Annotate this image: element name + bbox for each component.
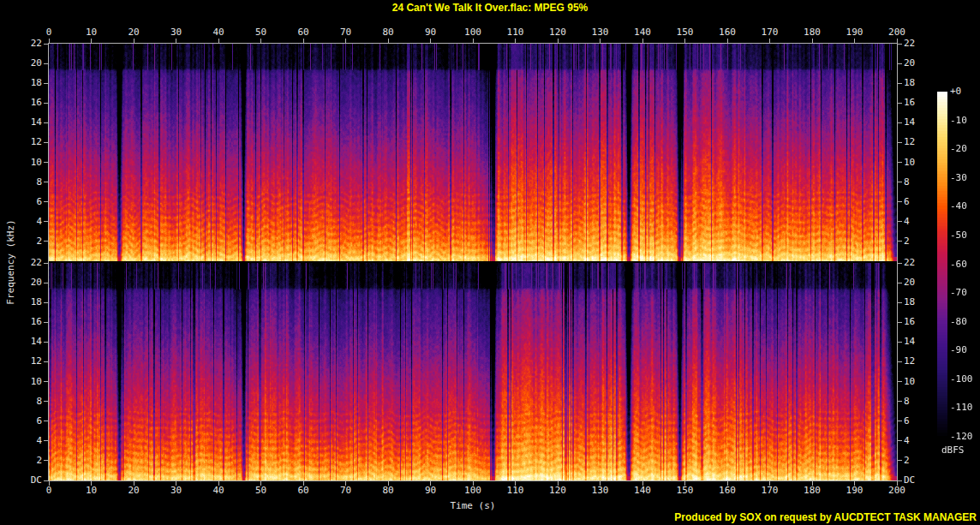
- y-tick-left: [44, 162, 48, 163]
- y-tick-right: [898, 480, 902, 481]
- x-axis-title: Time (s): [387, 500, 559, 511]
- y-tick-left: [44, 440, 48, 441]
- y-tick-label-left: 8: [0, 397, 42, 407]
- y-tick-right: [898, 421, 902, 421]
- y-tick-label-right: 20: [904, 277, 938, 288]
- y-tick-label-left: 20: [0, 58, 42, 69]
- x-tick-label-top: 170: [756, 27, 785, 38]
- y-tick-label-right: 6: [904, 416, 938, 427]
- y-tick-label-left: 10: [0, 158, 42, 168]
- y-tick-left: [44, 44, 48, 45]
- y-tick-right: [898, 142, 902, 143]
- x-tick-top: [854, 39, 855, 43]
- x-tick-label-bottom: 180: [798, 486, 827, 496]
- colorbar-tick-label: +0: [950, 87, 979, 97]
- y-tick-left: [44, 381, 48, 382]
- y-tick-right: [898, 381, 902, 382]
- y-tick-label-right: 2: [904, 456, 938, 466]
- y-tick-label-left: 22: [0, 39, 42, 49]
- colorbar: [937, 92, 947, 438]
- spectrogram-channel-right: [49, 263, 897, 480]
- x-tick-label-bottom: 90: [416, 486, 445, 496]
- y-tick-left: [44, 480, 48, 481]
- x-tick-label-top: 80: [373, 27, 403, 38]
- y-tick-left: [44, 283, 48, 283]
- y-tick-label-right: DC: [904, 475, 938, 486]
- y-tick-right: [898, 182, 902, 182]
- x-tick-label-top: 190: [840, 27, 869, 38]
- y-tick-left: [44, 221, 48, 222]
- x-tick-label-top: 140: [628, 27, 657, 38]
- y-tick-label-right: 4: [904, 217, 938, 227]
- x-tick-label-bottom: 80: [373, 486, 403, 496]
- colorbar-tick-label: -50: [950, 230, 979, 241]
- x-tick-top: [134, 39, 134, 43]
- spectrogram-chart: 24 Can't We Talk It Over.flac: MPEG 95% …: [0, 0, 980, 525]
- x-tick-top: [684, 39, 685, 43]
- y-tick-label-right: 22: [904, 39, 938, 49]
- y-tick-left: [44, 401, 48, 402]
- y-tick-label-right: 16: [904, 317, 938, 327]
- y-tick-right: [898, 221, 902, 222]
- x-tick-label-top: 100: [458, 27, 487, 38]
- colorbar-tick-label: -90: [950, 345, 979, 355]
- x-tick-top: [388, 39, 389, 43]
- x-tick-label-top: 120: [543, 27, 572, 38]
- y-tick-label-right: 16: [904, 98, 938, 108]
- x-tick-label-bottom: 70: [332, 486, 361, 496]
- y-tick-right: [898, 322, 902, 323]
- x-tick-label-bottom: 20: [119, 486, 148, 496]
- x-tick-top: [473, 39, 474, 43]
- x-tick-label-top: 10: [77, 27, 106, 38]
- colorbar-tick-label: -60: [950, 260, 979, 270]
- x-tick-top: [897, 39, 898, 43]
- colorbar-unit: dBFS: [941, 444, 965, 456]
- y-tick-label-right: 10: [904, 377, 938, 387]
- x-tick-top: [49, 39, 50, 43]
- x-tick-label-bottom: 150: [671, 486, 700, 496]
- colorbar-tick-label: -110: [950, 403, 979, 413]
- y-tick-right: [898, 401, 902, 402]
- x-tick-label-bottom: 110: [501, 486, 530, 496]
- y-tick-left: [44, 182, 48, 182]
- x-tick-label-top: 110: [501, 27, 530, 38]
- y-tick-label-left: 10: [0, 377, 42, 387]
- x-tick-top: [642, 39, 643, 43]
- x-tick-label-bottom: 0: [34, 486, 63, 496]
- y-tick-label-right: 6: [904, 197, 938, 207]
- x-tick-label-bottom: 200: [882, 486, 911, 496]
- x-tick-label-top: 150: [671, 27, 700, 38]
- y-tick-label-right: 18: [904, 78, 938, 88]
- y-tick-right: [898, 302, 902, 303]
- y-tick-left: [44, 142, 48, 143]
- x-tick-label-bottom: 190: [840, 486, 869, 496]
- x-tick-label-top: 40: [204, 27, 233, 38]
- y-tick-left: [44, 63, 48, 64]
- x-tick-label-top: 60: [289, 27, 318, 38]
- x-tick-label-top: 0: [34, 27, 63, 38]
- x-tick-label-top: 160: [713, 27, 742, 38]
- y-tick-label-right: 4: [904, 436, 938, 446]
- y-tick-label-left: 16: [0, 98, 42, 108]
- x-tick-label-bottom: 50: [247, 486, 276, 496]
- x-tick-top: [515, 39, 516, 43]
- y-tick-label-left: 14: [0, 117, 42, 128]
- y-tick-label-right: 12: [904, 356, 938, 367]
- y-tick-right: [898, 342, 902, 343]
- y-tick-label-left: 2: [0, 456, 42, 466]
- y-axis-title: Frequency (kHz): [5, 168, 17, 356]
- colorbar-tick-label: -10: [950, 116, 979, 126]
- y-tick-left: [44, 103, 48, 104]
- y-tick-right: [898, 162, 902, 163]
- x-tick-label-bottom: 100: [458, 486, 487, 496]
- colorbar-tick-label: -40: [950, 201, 979, 212]
- credit-text: Produced by SOX on request by AUCDTECT T…: [674, 511, 977, 523]
- y-tick-right: [898, 44, 902, 45]
- x-tick-label-top: 90: [416, 27, 445, 38]
- x-tick-label-top: 30: [162, 27, 191, 38]
- y-tick-left: [44, 421, 48, 421]
- y-tick-left: [44, 263, 48, 264]
- colorbar-tick-label: -70: [950, 288, 979, 298]
- y-tick-label-left: 12: [0, 137, 42, 147]
- x-tick-top: [303, 39, 304, 43]
